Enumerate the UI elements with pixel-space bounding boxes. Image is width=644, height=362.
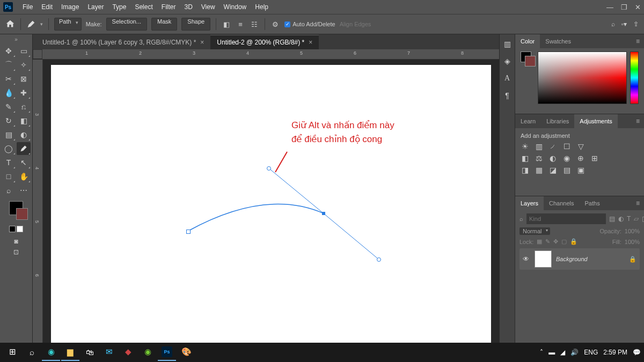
tray-up-icon[interactable]: ˄ bbox=[540, 349, 543, 356]
search-icon[interactable]: ⌕ bbox=[611, 20, 615, 28]
canvas[interactable]: Giữ Alt và nhấn điểm nàyđể điều chỉnh độ… bbox=[51, 65, 491, 344]
path-arrange-icon[interactable]: ☷ bbox=[250, 19, 259, 29]
panel-menu-icon[interactable]: ≡ bbox=[636, 200, 644, 207]
curves-adjustment-icon[interactable]: ⟋ bbox=[548, 142, 557, 151]
ruler-horizontal[interactable]: 123456789 bbox=[42, 49, 499, 60]
filter-pixel-icon[interactable]: ▤ bbox=[609, 215, 615, 223]
clock[interactable]: 2:59 PM bbox=[603, 349, 627, 356]
invert-adjustment-icon[interactable]: ◨ bbox=[521, 166, 529, 174]
edit-toolbar[interactable]: ⋯ bbox=[17, 184, 31, 197]
pen-tool[interactable] bbox=[17, 142, 31, 155]
document-tab[interactable]: Untitled-1 @ 100% (Layer 6 copy 3, RGB/8… bbox=[36, 35, 210, 49]
lock-pixels-icon[interactable]: ▦ bbox=[537, 238, 542, 245]
eraser-tool[interactable]: ◧ bbox=[17, 114, 31, 127]
bezier-handle[interactable] bbox=[267, 166, 271, 171]
ruler-vertical[interactable]: 3456 bbox=[33, 60, 43, 352]
color-swatches[interactable] bbox=[9, 201, 23, 232]
tab-adjustments[interactable]: Adjustments bbox=[574, 114, 618, 128]
colorlookup-adjustment-icon[interactable]: ⊞ bbox=[590, 154, 599, 162]
tab-color[interactable]: Color bbox=[515, 34, 540, 48]
posterize-adjustment-icon[interactable]: ▦ bbox=[535, 166, 543, 174]
marquee-tool[interactable]: ▭ bbox=[17, 45, 31, 57]
photofilter-adjustment-icon[interactable]: ◉ bbox=[562, 154, 571, 162]
path-ops-icon[interactable]: ◧ bbox=[222, 19, 231, 29]
screenmode-icon[interactable]: ⊡ bbox=[13, 248, 19, 256]
search-icon[interactable]: ⌕ bbox=[23, 344, 41, 361]
menu-file[interactable]: File bbox=[18, 0, 37, 14]
close-icon[interactable]: × bbox=[200, 39, 204, 46]
lasso-tool[interactable]: ⌒ bbox=[2, 58, 16, 71]
language-indicator[interactable]: ENG bbox=[584, 349, 598, 356]
selection-button[interactable]: Selection... bbox=[106, 18, 147, 31]
app1-icon[interactable]: ◆ bbox=[119, 344, 137, 361]
filter-type-icon[interactable]: T bbox=[627, 215, 631, 223]
hue-adjustment-icon[interactable]: ◧ bbox=[521, 154, 529, 162]
layer-name[interactable]: Background bbox=[556, 256, 588, 262]
history-brush-tool[interactable]: ↻ bbox=[2, 114, 16, 127]
lock-all-icon[interactable]: 🔒 bbox=[570, 238, 577, 245]
photoshop-icon[interactable]: Ps bbox=[158, 344, 176, 361]
fg-bg-swatch[interactable] bbox=[521, 51, 535, 65]
menu-help[interactable]: Help bbox=[251, 0, 273, 14]
filter-shape-icon[interactable]: ▱ bbox=[634, 215, 639, 223]
brush-tool[interactable]: ✎ bbox=[2, 100, 16, 113]
visibility-icon[interactable]: 👁 bbox=[523, 255, 530, 263]
bw-adjustment-icon[interactable]: ◐ bbox=[548, 154, 557, 162]
bezier-handle[interactable] bbox=[377, 257, 381, 262]
healing-tool[interactable]: ✚ bbox=[17, 86, 31, 99]
vibrance-adjustment-icon[interactable]: ▽ bbox=[576, 142, 585, 151]
type-tool[interactable]: T bbox=[2, 156, 16, 169]
zoom-tool[interactable]: ⌕ bbox=[2, 184, 16, 197]
threshold-adjustment-icon[interactable]: ◪ bbox=[548, 166, 557, 174]
mail-icon[interactable]: ✉ bbox=[100, 344, 118, 361]
character-icon[interactable]: A bbox=[504, 74, 510, 83]
path-mode-select[interactable]: Path bbox=[54, 18, 82, 31]
colorbal-adjustment-icon[interactable]: ⚖ bbox=[535, 154, 543, 162]
selective-adjustment-icon[interactable]: ▣ bbox=[576, 166, 585, 174]
document-tab[interactable]: Untitled-2 @ 200% (RGB/8#) *× bbox=[210, 35, 319, 49]
filter-smart-icon[interactable]: ◫ bbox=[642, 215, 644, 223]
tab-swatches[interactable]: Swatches bbox=[540, 34, 576, 48]
menu-layer[interactable]: Layer bbox=[83, 0, 108, 14]
ruler-origin[interactable] bbox=[33, 49, 42, 59]
brightness-adjustment-icon[interactable]: ☀ bbox=[521, 142, 529, 151]
dodge-tool[interactable]: ◯ bbox=[2, 142, 16, 155]
crop-tool[interactable]: ✂ bbox=[2, 72, 16, 85]
filter-adj-icon[interactable]: ◐ bbox=[618, 215, 624, 223]
auto-add-delete-checkbox[interactable]: ✓Auto Add/Delete bbox=[284, 21, 335, 27]
notifications-icon[interactable]: 💬 bbox=[633, 349, 641, 356]
layer-item[interactable]: 👁 Background 🔒 bbox=[519, 248, 640, 270]
quickmask-icon[interactable]: ◙ bbox=[14, 238, 18, 245]
path-select-tool[interactable]: ↖ bbox=[17, 156, 31, 169]
menu-view[interactable]: View bbox=[197, 0, 219, 14]
edge-icon[interactable]: ◉ bbox=[42, 344, 60, 361]
menu-3d[interactable]: 3D bbox=[180, 0, 196, 14]
magic-wand-tool[interactable]: ✧ bbox=[17, 58, 31, 71]
tab-layers[interactable]: Layers bbox=[515, 196, 544, 210]
store-icon[interactable]: 🛍 bbox=[80, 344, 99, 361]
workspace-icon[interactable]: ▫▾ bbox=[621, 20, 627, 28]
eyedropper-tool[interactable]: 💧 bbox=[2, 86, 16, 99]
move-tool[interactable]: ✥ bbox=[2, 45, 16, 57]
blend-mode-select[interactable]: Normal bbox=[519, 227, 550, 235]
pen-tool-preset-icon[interactable] bbox=[26, 19, 36, 29]
frame-tool[interactable]: ⊠ bbox=[17, 72, 31, 85]
paragraph-icon[interactable]: ¶ bbox=[505, 91, 509, 100]
tab-paths[interactable]: Paths bbox=[580, 196, 605, 210]
blur-tool[interactable]: ◐ bbox=[17, 128, 31, 141]
layer-filter-input[interactable] bbox=[526, 213, 606, 224]
color-field[interactable] bbox=[538, 51, 627, 104]
panel-menu-icon[interactable]: ≡ bbox=[636, 117, 644, 125]
tab-channels[interactable]: Channels bbox=[544, 196, 579, 210]
tab-learn[interactable]: Learn bbox=[515, 114, 541, 128]
explorer-icon[interactable]: ▆ bbox=[61, 344, 79, 361]
lock-move-icon[interactable]: ✥ bbox=[553, 238, 558, 245]
lock-artboard-icon[interactable]: ▢ bbox=[561, 238, 567, 245]
paint-icon[interactable]: 🎨 bbox=[177, 344, 195, 361]
wifi-icon[interactable]: ◢ bbox=[560, 349, 565, 356]
share-icon[interactable]: ⇪ bbox=[633, 20, 639, 28]
menu-window[interactable]: Window bbox=[219, 0, 251, 14]
hue-slider[interactable] bbox=[630, 51, 639, 104]
levels-adjustment-icon[interactable]: ▥ bbox=[535, 142, 543, 151]
anchor-point-selected[interactable] bbox=[322, 212, 325, 215]
